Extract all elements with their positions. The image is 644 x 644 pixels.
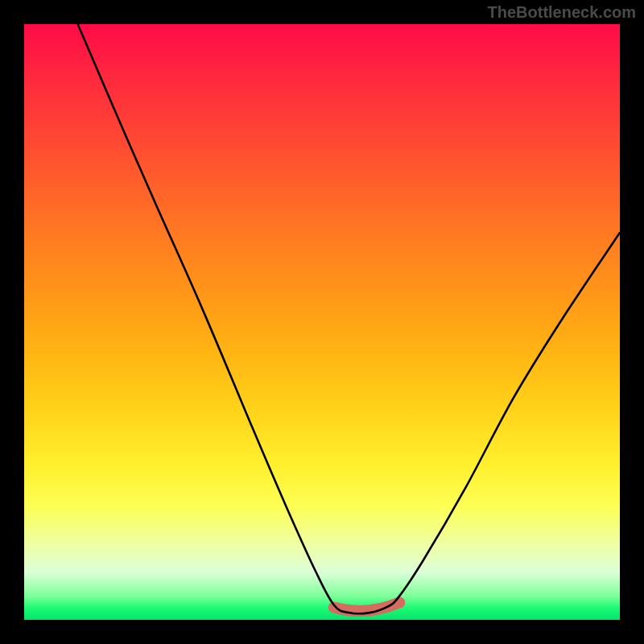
chart-curve-line xyxy=(78,24,620,613)
chart-svg xyxy=(24,24,620,620)
watermark-text: TheBottleneck.com xyxy=(488,3,636,22)
chart-plot-area xyxy=(24,24,620,620)
